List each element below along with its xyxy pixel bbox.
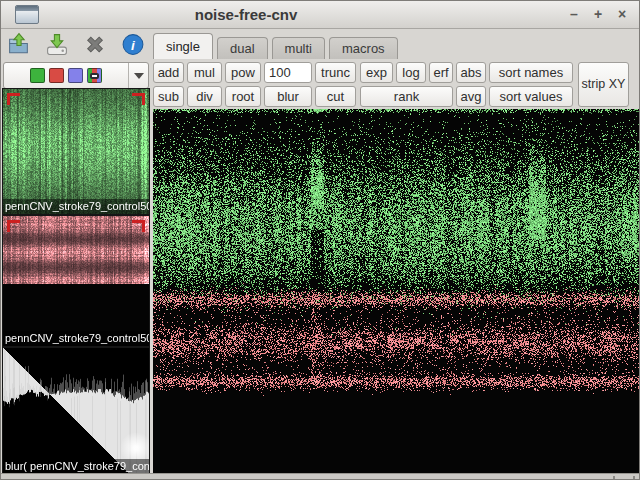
dataset-label: pennCNV_stroke79_control50 [3, 331, 149, 346]
cut-button[interactable]: cut [315, 86, 356, 107]
tab-macros[interactable]: macros [329, 37, 398, 59]
red-dataset-swatch-icon [49, 68, 64, 83]
application-window: noise-free-cnv – + × [0, 0, 640, 480]
erf-button[interactable]: erf [429, 62, 453, 83]
minimize-button[interactable]: – [565, 4, 583, 24]
open-file-icon[interactable] [5, 31, 33, 58]
pow-exponent-input[interactable] [264, 62, 312, 83]
maximize-button[interactable]: + [589, 4, 607, 24]
sort-names-button[interactable]: sort names [489, 62, 573, 83]
svg-text:i: i [131, 38, 135, 53]
resize-grip-icon [613, 476, 615, 480]
dataset-thumbnail-pink[interactable]: pennCNV_stroke79_control50 [2, 215, 150, 347]
pow-button[interactable]: pow [225, 62, 261, 83]
dataset-thumbnail-blur[interactable]: blur( pennCNV_stroke79_cont [2, 347, 150, 475]
exp-button[interactable]: exp [360, 62, 393, 83]
mul-button[interactable]: mul [187, 62, 222, 83]
blur-button[interactable]: blur [264, 86, 312, 107]
title-bar: noise-free-cnv – + × [1, 1, 639, 29]
sub-button[interactable]: sub [153, 86, 184, 107]
info-icon[interactable]: i [119, 31, 147, 58]
plot-area[interactable] [153, 109, 639, 473]
add-button[interactable]: add [153, 62, 184, 83]
abs-button[interactable]: abs [456, 62, 486, 83]
sort-values-button[interactable]: sort values [489, 86, 573, 107]
resize-grip-icon [633, 476, 635, 480]
dataset-label: pennCNV_stroke79_control50 [3, 199, 149, 214]
tab-multi[interactable]: multi [272, 37, 325, 59]
delete-icon[interactable] [81, 31, 109, 58]
close-button[interactable]: × [613, 4, 631, 24]
log-button[interactable]: log [396, 62, 426, 83]
signal-plot-canvas [153, 109, 639, 473]
strip-xy-button[interactable]: strip XY [578, 62, 629, 107]
blurred-waveform-thumbnail-canvas [3, 348, 149, 474]
tab-dual[interactable]: dual [217, 37, 268, 59]
window-icon [15, 5, 39, 24]
multi-dataset-swatch-icon [87, 68, 102, 83]
avg-button[interactable]: avg [456, 86, 486, 107]
tab-single[interactable]: single [153, 33, 213, 59]
dataset-label: blur( pennCNV_stroke79_cont [3, 459, 149, 474]
save-file-icon[interactable] [43, 31, 71, 58]
pink-signal-thumbnail-canvas [3, 216, 149, 346]
root-button[interactable]: root [225, 86, 261, 107]
green-dataset-swatch-icon [30, 68, 45, 83]
operations-toolbar: add mul pow trunc exp log erf abs sort n… [153, 62, 639, 110]
dataset-selector-combobox[interactable] [3, 62, 149, 89]
trunc-button[interactable]: trunc [315, 62, 356, 83]
chevron-down-icon [128, 63, 148, 88]
div-button[interactable]: div [187, 86, 222, 107]
window-title: noise-free-cnv [41, 6, 451, 23]
window-bottom-edge [1, 473, 639, 480]
blue-dataset-swatch-icon [68, 68, 83, 83]
tab-bar: single dual multi macros [153, 33, 398, 59]
green-signal-thumbnail-canvas [3, 89, 149, 214]
dataset-thumbnail-green[interactable]: pennCNV_stroke79_control50 [2, 88, 150, 215]
rank-button[interactable]: rank [360, 86, 453, 107]
